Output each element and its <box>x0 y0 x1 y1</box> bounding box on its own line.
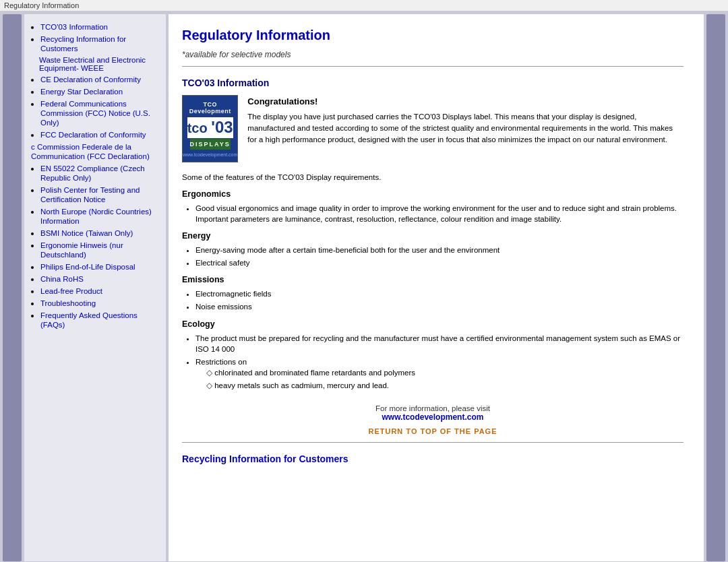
sidebar-link[interactable]: BSMI Notice (Taiwan Only) <box>40 229 133 237</box>
sidebar-item[interactable]: Ergonomie Hinweis (nur Deutschland) <box>40 241 159 259</box>
sidebar-item[interactable]: CE Declaration of Conformity <box>40 75 159 84</box>
sidebar-link[interactable]: EN 55022 Compliance (Czech Republic Only… <box>40 164 145 182</box>
sidebar-link[interactable]: Lead-free Product <box>40 287 102 295</box>
sidebar-link[interactable]: Federal Communications Commission (FCC) … <box>40 100 150 127</box>
sidebar-item[interactable]: Philips End-of-Life Disposal <box>40 262 159 272</box>
tco-logo: TCO Development tco '03 DISPLAYS www.tco… <box>182 95 238 162</box>
features-text: Some of the features of the TCO'03 Displ… <box>182 173 684 181</box>
tco-logo-bottom: DISPLAYS <box>190 139 231 150</box>
sidebar-item[interactable]: BSMI Notice (Taiwan Only) <box>40 228 159 238</box>
list-item: Good visual ergonomics and image quality… <box>195 203 684 224</box>
list-item: Restrictions onchlorinated and brominate… <box>195 356 684 391</box>
recycling-title: Recycling Information for Customers <box>182 454 684 464</box>
sidebar-link[interactable]: Ergonomie Hinweis (nur Deutschland) <box>40 241 123 259</box>
tco-description: Congratulations! The display you have ju… <box>247 95 684 162</box>
energy-title: Energy <box>182 231 684 241</box>
sidebar-item[interactable]: North Europe (Nordic Countries) Informat… <box>40 207 159 226</box>
sidebar-link[interactable]: CE Declaration of Conformity <box>40 75 141 84</box>
return-to-top-link[interactable]: RETURN TO TOP OF THE PAGE <box>182 427 684 435</box>
main-content: Regulatory Information *available for se… <box>169 14 704 561</box>
ergonomics-list: Good visual ergonomics and image quality… <box>182 203 684 224</box>
right-accent <box>706 14 725 561</box>
ecology-title: Ecology <box>182 319 684 329</box>
visit-url-link[interactable]: www.tcodevelopment.com <box>382 412 484 422</box>
sidebar: TCO'03 InformationRecycling Information … <box>24 14 166 561</box>
ergonomics-title: Ergonomics <box>182 189 684 199</box>
sidebar-item[interactable]: Energy Star Declaration <box>40 87 159 96</box>
sidebar-item[interactable]: China RoHS <box>40 274 159 284</box>
list-item: Energy-saving mode after a certain time-… <box>195 245 684 255</box>
sidebar-link[interactable]: c Commission Federale de la Communicatio… <box>31 143 150 160</box>
tco-section-title: TCO'03 Information <box>182 77 684 88</box>
sidebar-link[interactable]: Frequently Asked Questions (FAQs) <box>40 311 138 329</box>
sidebar-link[interactable]: Energy Star Declaration <box>40 88 123 96</box>
sidebar-item[interactable]: Recycling Information for Customers <box>40 34 159 53</box>
tco-logo-top: TCO Development <box>183 99 237 117</box>
sidebar-item[interactable]: EN 55022 Compliance (Czech Republic Only… <box>40 164 159 183</box>
list-item: The product must be prepared for recycli… <box>195 333 684 354</box>
energy-list: Energy-saving mode after a certain time-… <box>182 245 684 268</box>
emissions-list: Electromagnetic fieldsNoise emissions <box>182 288 684 312</box>
list-item: Electrical safety <box>195 257 684 268</box>
sidebar-link[interactable]: Polish Center for Testing and Certificat… <box>40 186 140 204</box>
left-accent <box>3 14 22 561</box>
top-divider <box>182 66 684 67</box>
sidebar-link[interactable]: FCC Declaration of Conformity <box>40 131 146 139</box>
bottom-divider <box>182 442 684 443</box>
congrats-title: Congratulations! <box>247 96 317 106</box>
sidebar-item[interactable]: Waste Electrical and Electronic Equipmen… <box>31 56 159 72</box>
sidebar-item[interactable]: TCO'03 Information <box>40 22 159 32</box>
congrats-text: The display you have just purchased carr… <box>247 111 684 146</box>
title-bar: Regulatory Information <box>0 0 728 11</box>
sidebar-link[interactable]: Recycling Information for Customers <box>40 35 126 53</box>
emissions-title: Emissions <box>182 275 684 284</box>
ecology-sub-list: chlorinated and brominated flame retarda… <box>195 367 684 391</box>
sidebar-link[interactable]: TCO'03 Information <box>40 23 108 31</box>
sidebar-item[interactable]: Frequently Asked Questions (FAQs) <box>40 311 159 330</box>
sidebar-item[interactable]: Federal Communications Commission (FCC) … <box>40 99 159 127</box>
sidebar-link[interactable]: Troubleshooting <box>40 299 96 307</box>
visit-info: For more information, please visit www.t… <box>182 404 684 422</box>
sidebar-link[interactable]: Waste Electrical and Electronic Equipmen… <box>39 56 146 72</box>
list-item: Electromagnetic fields <box>195 288 684 299</box>
tco-box: TCO Development tco '03 DISPLAYS www.tco… <box>182 95 684 162</box>
tco-logo-url: www.tcodevelopment.com <box>183 151 237 158</box>
sidebar-item[interactable]: FCC Declaration of Conformity <box>40 130 159 139</box>
list-item: Noise emissions <box>195 301 684 312</box>
sidebar-link[interactable]: China RoHS <box>40 275 84 283</box>
ecology-list: The product must be prepared for recycli… <box>182 333 684 391</box>
list-item: chlorinated and brominated flame retarda… <box>206 367 684 378</box>
sidebar-item[interactable]: Polish Center for Testing and Certificat… <box>40 185 159 204</box>
sidebar-item[interactable]: c Commission Federale de la Communicatio… <box>31 142 159 161</box>
subtitle: *available for selective models <box>182 50 684 59</box>
sidebar-link[interactable]: Philips End-of-Life Disposal <box>40 263 135 271</box>
sidebar-item[interactable]: Troubleshooting <box>40 299 159 308</box>
visit-text: For more information, please visit <box>182 404 684 412</box>
sidebar-link[interactable]: North Europe (Nordic Countries) Informat… <box>40 208 152 225</box>
sidebar-item[interactable]: Lead-free Product <box>40 286 159 296</box>
title-bar-text: Regulatory Information <box>4 1 79 9</box>
tco-logo-middle: tco '03 <box>187 117 233 137</box>
list-item: heavy metals such as cadmium, mercury an… <box>206 380 684 391</box>
page-title: Regulatory Information <box>182 28 684 43</box>
